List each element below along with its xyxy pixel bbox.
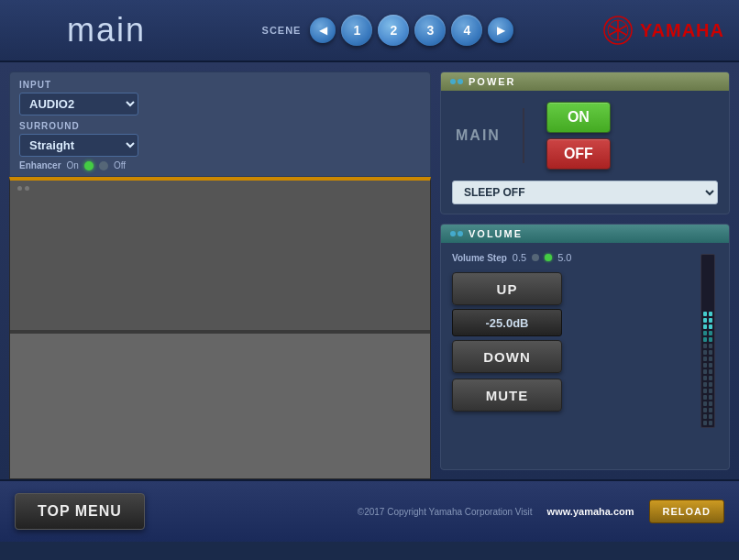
power-dot-2 bbox=[458, 79, 463, 84]
scene-4-button[interactable]: 4 bbox=[451, 15, 482, 46]
volume-meter bbox=[698, 252, 718, 460]
sleep-select[interactable]: SLEEP OFF 30 MIN 60 MIN 90 MIN 120 MIN bbox=[452, 181, 718, 204]
meter-row-15 bbox=[703, 401, 712, 406]
volume-bar bbox=[700, 254, 715, 428]
volume-dot-1 bbox=[450, 231, 456, 236]
display-dots bbox=[17, 186, 29, 191]
left-panel: INPUT AUDIO2 AUDIO1 AUDIO3 SURROUND Stra… bbox=[9, 71, 431, 470]
volume-step-5_0: 5.0 bbox=[557, 252, 571, 263]
volume-step-row: Volume Step 0.5 5.0 bbox=[452, 252, 689, 263]
input-select[interactable]: AUDIO2 AUDIO1 AUDIO3 bbox=[19, 93, 138, 115]
power-section: POWER MAIN ON OFF SLEEP OFF 30 MIN 60 MI… bbox=[440, 71, 730, 214]
website-text: www.yamaha.com bbox=[547, 506, 634, 517]
meter-row-6 bbox=[703, 344, 712, 348]
app-header: main SCENE ◀ 1 2 3 4 ▶ YAMAHA bbox=[0, 0, 739, 62]
volume-step-label: Volume Step bbox=[452, 253, 507, 263]
yamaha-emblem-icon bbox=[603, 16, 633, 45]
main-content: INPUT AUDIO2 AUDIO1 AUDIO3 SURROUND Stra… bbox=[0, 62, 739, 479]
meter-row-8 bbox=[703, 357, 712, 361]
power-buttons: ON OFF bbox=[546, 102, 611, 170]
enhancer-off-label: Off bbox=[114, 160, 126, 170]
reload-button[interactable]: RELOAD bbox=[649, 500, 724, 523]
power-off-button[interactable]: OFF bbox=[546, 138, 611, 170]
surround-label: SURROUND bbox=[19, 121, 421, 131]
display-dot-2 bbox=[25, 186, 29, 191]
meter-row-4 bbox=[703, 331, 712, 335]
power-title: POWER bbox=[469, 76, 516, 87]
enhancer-label: Enhancer bbox=[19, 160, 61, 170]
surround-select[interactable]: Straight 2ch Stereo 5ch Stereo bbox=[19, 134, 138, 157]
power-on-button[interactable]: ON bbox=[546, 102, 611, 133]
enhancer-on-indicator bbox=[84, 161, 94, 170]
yamaha-logo: YAMAHA bbox=[578, 16, 724, 45]
main-label: MAIN bbox=[456, 127, 501, 144]
meter-row-10 bbox=[703, 369, 712, 374]
meter-row-16 bbox=[703, 408, 712, 412]
display-area bbox=[9, 177, 431, 479]
scene-controls: SCENE ◀ 1 2 3 4 ▶ bbox=[198, 15, 578, 46]
right-panel: POWER MAIN ON OFF SLEEP OFF 30 MIN 60 MI… bbox=[440, 71, 730, 470]
step-dot-active bbox=[545, 254, 552, 261]
power-header: POWER bbox=[441, 72, 729, 91]
volume-db-display: -25.0dB bbox=[452, 309, 562, 336]
copyright-text: ©2017 Copyright Yamaha Corporation Visit bbox=[358, 507, 533, 517]
enhancer-row: Enhancer On Off bbox=[19, 160, 421, 170]
meter-row-17 bbox=[703, 414, 712, 419]
display-bottom-section bbox=[10, 334, 430, 479]
power-divider bbox=[523, 108, 524, 163]
meter-row-2 bbox=[703, 318, 712, 323]
meter-row-11 bbox=[703, 376, 712, 380]
app-footer: TOP MENU ©2017 Copyright Yamaha Corporat… bbox=[0, 479, 739, 542]
sleep-row: SLEEP OFF 30 MIN 60 MIN 90 MIN 120 MIN bbox=[441, 181, 729, 214]
scene-next-button[interactable]: ▶ bbox=[488, 17, 513, 43]
input-label: INPUT bbox=[19, 80, 138, 90]
meter-row-18 bbox=[703, 421, 712, 425]
meter-row-9 bbox=[703, 363, 712, 368]
power-content: MAIN ON OFF bbox=[441, 91, 729, 181]
meter-row-14 bbox=[703, 395, 712, 400]
meter-row-5 bbox=[703, 337, 712, 342]
volume-header-dots bbox=[450, 231, 463, 236]
meter-row-7 bbox=[703, 350, 712, 355]
scene-2-button[interactable]: 2 bbox=[378, 15, 409, 46]
input-control-section: INPUT AUDIO2 AUDIO1 AUDIO3 SURROUND Stra… bbox=[9, 71, 431, 177]
mute-button[interactable]: MUTE bbox=[452, 379, 562, 412]
volume-down-button[interactable]: DOWN bbox=[452, 340, 562, 373]
meter-row-13 bbox=[703, 389, 712, 393]
scene-prev-button[interactable]: ◀ bbox=[310, 17, 336, 43]
power-dot-1 bbox=[450, 79, 456, 84]
display-dot-1 bbox=[17, 186, 22, 191]
meter-row-1 bbox=[703, 312, 712, 316]
scene-label: SCENE bbox=[262, 25, 302, 36]
volume-header: VOLUME bbox=[441, 225, 729, 243]
volume-content: Volume Step 0.5 5.0 UP -25.0dB DOWN MUTE bbox=[441, 243, 729, 469]
step-dot-inactive bbox=[532, 254, 539, 261]
enhancer-on-label: On bbox=[67, 160, 79, 170]
input-row: INPUT AUDIO2 AUDIO1 AUDIO3 bbox=[19, 80, 421, 115]
volume-up-button[interactable]: UP bbox=[452, 272, 562, 305]
display-top-section bbox=[10, 181, 430, 330]
app-title: main bbox=[15, 11, 198, 49]
yamaha-brand-text: YAMAHA bbox=[640, 20, 724, 41]
meter-row-3 bbox=[703, 324, 712, 329]
scene-3-button[interactable]: 3 bbox=[414, 15, 446, 46]
volume-section: VOLUME Volume Step 0.5 5.0 UP -25.0dB DO… bbox=[440, 224, 730, 470]
surround-group: SURROUND Straight 2ch Stereo 5ch Stereo bbox=[19, 121, 421, 157]
footer-right: ©2017 Copyright Yamaha Corporation Visit… bbox=[358, 500, 724, 523]
top-menu-button[interactable]: TOP MENU bbox=[15, 493, 145, 530]
volume-step-0_5: 0.5 bbox=[513, 252, 526, 263]
volume-controls: Volume Step 0.5 5.0 UP -25.0dB DOWN MUTE bbox=[452, 252, 689, 460]
volume-dot-2 bbox=[458, 231, 463, 236]
meter-row-12 bbox=[703, 382, 712, 387]
volume-title: VOLUME bbox=[469, 228, 523, 239]
scene-1-button[interactable]: 1 bbox=[341, 15, 372, 46]
input-group: INPUT AUDIO2 AUDIO1 AUDIO3 bbox=[19, 80, 138, 115]
enhancer-off-indicator bbox=[99, 161, 108, 170]
power-header-dots bbox=[450, 79, 463, 84]
